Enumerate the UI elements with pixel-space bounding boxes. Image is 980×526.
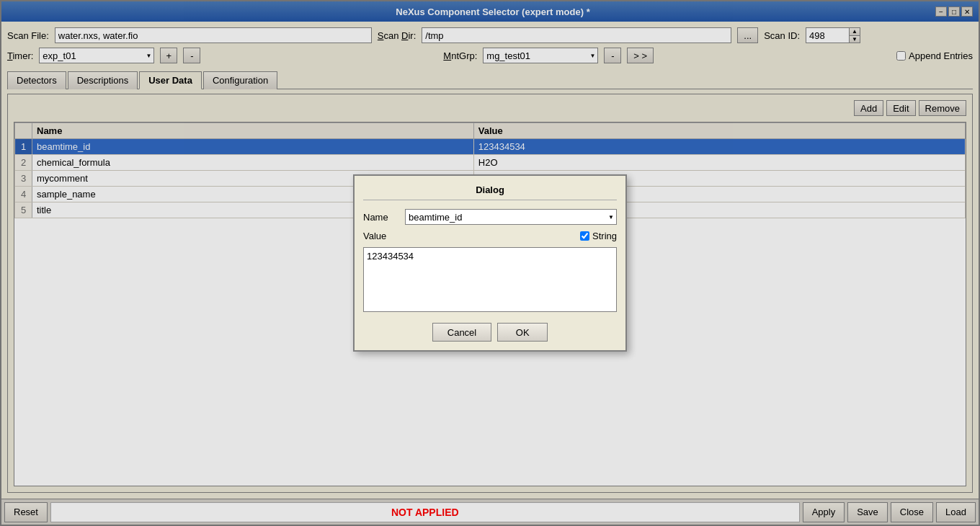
dialog-buttons: Cancel OK: [363, 323, 617, 342]
dialog-name-label: Name: [363, 212, 399, 223]
dialog-string-text: String: [592, 231, 617, 241]
dialog-title: Dialog: [363, 184, 617, 200]
dialog-cancel-button[interactable]: Cancel: [432, 323, 491, 342]
dialog: Dialog Name beamtime_id Value String 123…: [353, 174, 627, 352]
dialog-name-row: Name beamtime_id: [363, 209, 617, 225]
dialog-ok-button[interactable]: OK: [497, 323, 548, 342]
dialog-value-row: Value String: [363, 231, 617, 241]
dialog-name-select[interactable]: beamtime_id: [405, 209, 617, 225]
dialog-textarea[interactable]: 123434534: [363, 247, 617, 312]
dialog-string-checkbox[interactable]: [580, 231, 589, 241]
dialog-string-label[interactable]: String: [580, 231, 617, 241]
dialog-textarea-container: 123434534: [363, 247, 617, 314]
dialog-overlay: Dialog Name beamtime_id Value String 123…: [0, 0, 980, 526]
dialog-value-label: Value: [363, 231, 399, 241]
dialog-name-select-wrapper: beamtime_id: [405, 209, 617, 225]
